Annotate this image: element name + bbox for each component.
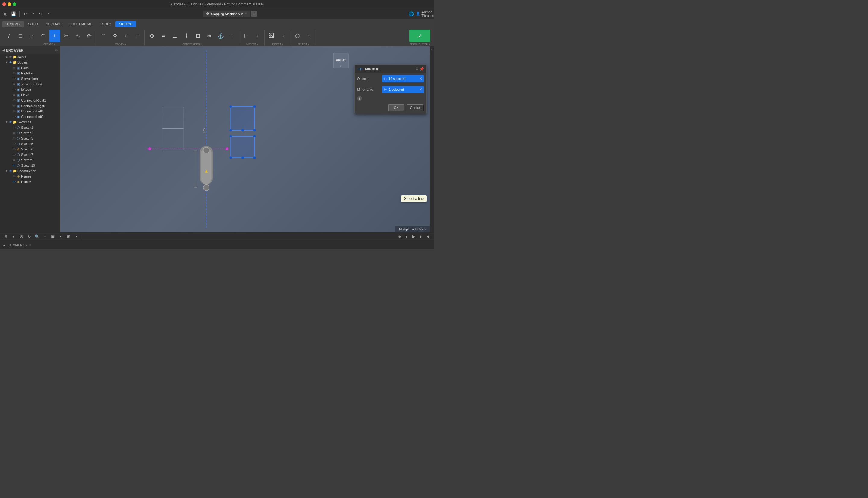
finish-sketch-button[interactable]: ✓ bbox=[409, 29, 430, 42]
trim-tool[interactable]: ✂ bbox=[61, 29, 72, 42]
visibility-icon[interactable]: 👁 bbox=[12, 98, 16, 103]
browser-item-sketch3[interactable]: 👁 ⬡ Sketch3 bbox=[0, 136, 60, 141]
insert-dropdown[interactable]: ▾ bbox=[278, 29, 289, 42]
snap-tool[interactable]: ⊕ bbox=[2, 233, 9, 240]
timeline-prev[interactable]: ⏴ bbox=[403, 233, 410, 240]
visibility-icon[interactable]: 👁 bbox=[12, 147, 16, 151]
visibility-icon[interactable]: 👁 bbox=[12, 180, 16, 184]
design-dropdown[interactable]: DESIGN ▾ bbox=[2, 21, 24, 27]
file-tab[interactable]: ⚙ Clapping Machine v4* × bbox=[202, 11, 251, 17]
select-dropdown[interactable]: ▾ bbox=[304, 29, 315, 42]
browser-item-base[interactable]: 👁 ▣ Base bbox=[0, 65, 60, 70]
visibility-icon[interactable]: 👁 bbox=[12, 77, 16, 81]
visibility-icon[interactable]: 👁 bbox=[9, 169, 13, 173]
origin-tool[interactable]: ⊙ bbox=[18, 233, 25, 240]
timeline-end[interactable]: ⏭ bbox=[425, 233, 431, 240]
coincident-tool[interactable]: ⊕ bbox=[146, 29, 157, 42]
browser-item-sketches[interactable]: ▼ 👁 📁 Sketches bbox=[0, 119, 60, 125]
browser-item-sketch10[interactable]: 👁 ⬡ Sketch10 bbox=[0, 163, 60, 168]
visibility-icon[interactable]: 👁 bbox=[12, 93, 16, 97]
tab-sketch[interactable]: SKETCH bbox=[116, 21, 136, 27]
browser-item-leftleg[interactable]: 👁 ▣ leftLeg bbox=[0, 87, 60, 92]
browser-item-sketch7[interactable]: 👁 ⬡ Sketch7 bbox=[0, 152, 60, 157]
undo-dropdown[interactable]: ▾ bbox=[30, 11, 37, 17]
parallel-tool[interactable]: = bbox=[158, 29, 169, 42]
user-profile[interactable]: Ahmed Ebrahim bbox=[424, 10, 431, 17]
maximize-window-button[interactable] bbox=[13, 2, 16, 6]
visibility-icon[interactable]: 👁 bbox=[12, 104, 16, 108]
visibility-icon[interactable]: 👁 bbox=[12, 71, 16, 75]
browser-item-connectorright1[interactable]: 👁 ▣ ConnectorRight1 bbox=[0, 98, 60, 103]
browser-item-servohornlink[interactable]: 👁 ▣ servoHornLink bbox=[0, 81, 60, 87]
redo-dropdown[interactable]: ▾ bbox=[45, 11, 52, 17]
scale-tool[interactable]: ↔ bbox=[121, 29, 132, 42]
comments-collapse[interactable]: ▲ bbox=[2, 243, 6, 247]
browser-item-link2[interactable]: 👁 ▣ Link2 bbox=[0, 92, 60, 98]
fix-tool[interactable]: ⚓ bbox=[215, 29, 226, 42]
tangent-tool[interactable]: ⌇ bbox=[181, 29, 192, 42]
visibility-icon[interactable]: 👁 bbox=[12, 109, 16, 113]
mirror-tool[interactable]: ⊣⊢ bbox=[50, 29, 60, 42]
browser-pin-icon[interactable]: ⊙ bbox=[55, 49, 57, 52]
visibility-icon[interactable]: 👁 bbox=[12, 66, 16, 70]
online-icon[interactable]: 🌐 bbox=[408, 10, 415, 17]
right-strip-collapse[interactable]: ◀ bbox=[430, 48, 434, 51]
expand-icon[interactable]: ⟩⟩ bbox=[416, 67, 418, 71]
visibility-icon[interactable]: 👁 bbox=[12, 136, 16, 141]
measure-tool[interactable]: ⊢ bbox=[241, 29, 252, 42]
browser-item-sketch2[interactable]: 👁 ⬡ Sketch2 bbox=[0, 130, 60, 136]
circle-tool[interactable]: ○ bbox=[27, 29, 37, 42]
add-tab-button[interactable]: + bbox=[251, 11, 257, 17]
undo-button[interactable]: ↩ bbox=[22, 11, 29, 17]
tab-solid[interactable]: SOLID bbox=[24, 21, 42, 27]
spline-tool[interactable]: ∿ bbox=[72, 29, 83, 42]
browser-item-plane2[interactable]: 👁 ◈ Plane2 bbox=[0, 174, 60, 179]
visibility-icon[interactable]: 👁 bbox=[12, 82, 16, 86]
arc-tool[interactable]: ◠ bbox=[38, 29, 49, 42]
browser-item-sketch6[interactable]: 👁 ⚠ Sketch6 bbox=[0, 146, 60, 152]
ok-button[interactable]: OK bbox=[388, 104, 404, 111]
tab-sheet-metal[interactable]: SHEET METAL bbox=[66, 21, 95, 27]
browser-item-connectorleft2[interactable]: 👁 ▣ ConnectorLeft2 bbox=[0, 114, 60, 119]
orbit-tool[interactable]: ↻ bbox=[26, 233, 32, 240]
visibility-icon[interactable]: 👁 bbox=[12, 126, 16, 130]
timeline-next[interactable]: ⏵ bbox=[418, 233, 424, 240]
display-drop[interactable]: ▾ bbox=[57, 233, 64, 240]
select-tool[interactable]: ⬡ bbox=[292, 29, 303, 42]
visibility-icon[interactable]: 👁 bbox=[12, 163, 16, 168]
grid-toggle[interactable]: ⊞ bbox=[65, 233, 72, 240]
line-tool[interactable]: / bbox=[4, 29, 14, 42]
tab-close-button[interactable]: × bbox=[245, 12, 247, 15]
symmetry-tool[interactable]: ∞ bbox=[204, 29, 215, 42]
perpendicular-tool[interactable]: ⊥ bbox=[169, 29, 180, 42]
visibility-icon[interactable]: 👁 bbox=[12, 158, 16, 162]
browser-item-connectorright2[interactable]: 👁 ▣ ConnectorRight2 bbox=[0, 103, 60, 108]
display-mode[interactable]: ▣ bbox=[50, 233, 56, 240]
offset-tool[interactable]: ⟳ bbox=[84, 29, 95, 42]
rect-tool[interactable]: □ bbox=[15, 29, 26, 42]
visibility-icon[interactable]: 👁 bbox=[12, 174, 16, 179]
browser-item-servohorn[interactable]: 👁 ▣ Servo Horn bbox=[0, 76, 60, 81]
cancel-button[interactable]: Cancel bbox=[406, 104, 424, 111]
comments-pin[interactable]: ⊙ bbox=[29, 243, 31, 247]
grid-menu-icon[interactable]: ⊞ bbox=[2, 11, 9, 17]
browser-item-sketch9[interactable]: 👁 ⬡ Sketch9 bbox=[0, 157, 60, 163]
fillet-tool[interactable]: ⌒ bbox=[98, 29, 109, 42]
mirror-line-clear-button[interactable]: ✕ bbox=[419, 88, 422, 92]
image-tool[interactable]: 🖼 bbox=[266, 29, 277, 42]
browser-item-sketch1[interactable]: 👁 ⬡ Sketch1 bbox=[0, 125, 60, 130]
minimize-window-button[interactable] bbox=[8, 2, 11, 6]
visibility-icon[interactable]: 👁 bbox=[9, 55, 13, 59]
visibility-icon[interactable]: 👁 bbox=[9, 60, 13, 65]
close-window-button[interactable] bbox=[2, 2, 6, 6]
extend-tool[interactable]: ⊢ bbox=[132, 29, 143, 42]
visibility-icon[interactable]: 👁 bbox=[12, 142, 16, 146]
move-tool[interactable]: ✥ bbox=[109, 29, 120, 42]
inspect-dropdown[interactable]: ▾ bbox=[252, 29, 263, 42]
view-cube[interactable]: RIGHT Z bbox=[330, 50, 351, 71]
timeline-play[interactable]: ▶ bbox=[411, 233, 417, 240]
pin-icon[interactable]: 📌 bbox=[419, 67, 424, 71]
visibility-icon[interactable]: 👁 bbox=[12, 131, 16, 135]
browser-item-construction[interactable]: ▼ 👁 📁 Construction bbox=[0, 168, 60, 174]
objects-select-button[interactable]: ⊡ 14 selected ✕ bbox=[382, 75, 424, 82]
